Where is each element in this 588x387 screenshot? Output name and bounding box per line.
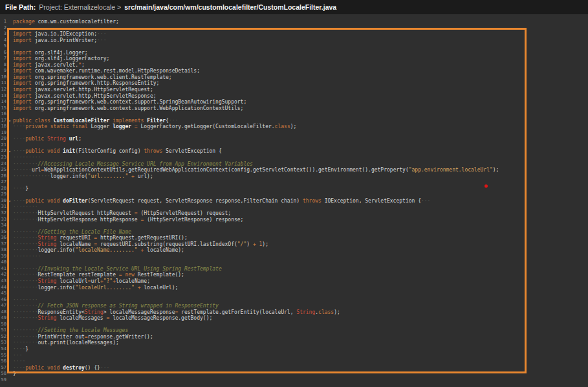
line-number: 35 — [0, 229, 6, 236]
line-number: 18 — [0, 124, 6, 130]
code-line: 56···· — [0, 359, 588, 365]
fold-gutter-spacer — [6, 346, 13, 353]
line-number: 47 — [0, 303, 6, 309]
file-path-value: src/main/java/com/wm/customlocalefilter/… — [124, 3, 336, 11]
line-number: 23 — [0, 155, 6, 161]
line-number: 1 — [0, 19, 6, 25]
line-number: 58 — [0, 371, 6, 377]
fold-gutter-spacer — [6, 204, 13, 210]
code-line: 37········String localeName = requestURI… — [0, 241, 588, 248]
code-text: ········logger.info("localeName........"… — [13, 247, 184, 254]
line-number: 2 — [0, 25, 6, 32]
fold-gutter-spacer — [6, 74, 13, 81]
code-text: import org.springframework.web.context.s… — [13, 105, 243, 112]
fold-arrow-icon[interactable]: ▾ — [6, 118, 13, 124]
code-text: ········//Accessing Locale Message Servi… — [13, 161, 253, 168]
code-text: ···· — [13, 359, 25, 365]
fold-gutter-spacer — [6, 80, 13, 87]
fold-gutter-spacer — [6, 235, 13, 241]
line-number: 22 — [0, 148, 6, 155]
code-line: 50 — [0, 322, 588, 328]
code-text: ········String requestURI = httpRequest.… — [13, 235, 188, 241]
code-line: 23········· — [0, 155, 588, 161]
code-text: ····} — [13, 346, 28, 353]
code-text: ····public void destroy() {}··· — [13, 365, 109, 371]
fold-gutter-spacer — [6, 309, 13, 316]
line-number: 9 — [0, 68, 6, 74]
fold-gutter-spacer — [6, 340, 13, 346]
fold-arrow-icon[interactable]: ▾ — [6, 148, 13, 155]
fold-gutter-spacer — [6, 297, 13, 304]
code-text: ········ResponseEntity<String> localeMes… — [13, 309, 340, 316]
code-text: import org.springframework.web.context.s… — [13, 99, 246, 105]
code-text: import java.io.IOException;··· — [13, 31, 107, 38]
line-number: 7 — [0, 56, 6, 62]
code-text: ····public String url; — [13, 136, 82, 142]
code-text: ········// Fetch JSON response as String… — [13, 303, 219, 309]
code-line: 20····public String url; — [0, 136, 588, 142]
line-number: 29 — [0, 192, 6, 198]
code-line: 12import javax.servlet.http.HttpServletR… — [0, 87, 588, 93]
line-number: 27 — [0, 179, 6, 186]
code-line: 19 — [0, 130, 588, 137]
code-text: ········· — [13, 254, 41, 260]
code-text: ····public void init(FilterConfig config… — [13, 148, 222, 155]
line-number: 14 — [0, 99, 6, 105]
fold-arrow-icon[interactable]: ▾ — [6, 198, 13, 205]
code-line: 28····} — [0, 186, 588, 192]
fold-gutter-spacer — [6, 19, 13, 25]
fold-gutter-spacer — [6, 327, 13, 334]
line-number: 50 — [0, 322, 6, 328]
fold-gutter-spacer — [6, 31, 13, 38]
fold-gutter-spacer — [6, 291, 13, 297]
code-line: 57····public void destroy() {}··· — [0, 365, 588, 371]
line-number: 55 — [0, 353, 6, 359]
code-line: 24········//Accessing Locale Message Ser… — [0, 161, 588, 168]
code-line: 41········//Invoking the Locale Service … — [0, 266, 588, 272]
line-number: 24 — [0, 161, 6, 168]
line-number: 56 — [0, 359, 6, 365]
fold-gutter-spacer — [6, 241, 13, 248]
fold-gutter-spacer — [6, 25, 13, 32]
code-text: import org.springframework.web.client.Re… — [13, 74, 172, 81]
line-number: 57 — [0, 365, 6, 371]
code-text: ········//Setting the Locale Messages — [13, 327, 128, 334]
line-number: 15 — [0, 105, 6, 112]
code-text: import javax.servlet.http.HttpServletRes… — [13, 93, 157, 100]
line-number: 4 — [0, 38, 6, 44]
code-line: 9import com.wavemaker.runtime.rest.model… — [0, 68, 588, 74]
fold-gutter-spacer — [6, 56, 13, 62]
line-number: 33 — [0, 217, 6, 223]
fold-gutter-spacer — [6, 210, 13, 217]
line-number: 38 — [0, 247, 6, 254]
code-line: 47········// Fetch JSON response as Stri… — [0, 303, 588, 309]
fold-gutter-spacer — [6, 285, 13, 291]
line-number: 30 — [0, 198, 6, 205]
code-line: 58} — [0, 371, 588, 377]
code-line: 26············logger.info("url........" … — [0, 173, 588, 180]
fold-gutter-spacer — [6, 50, 13, 56]
fold-gutter-spacer — [6, 217, 13, 223]
fold-gutter-spacer — [6, 266, 13, 272]
code-text: import com.wavemaker.runtime.rest.model.… — [13, 68, 200, 74]
line-number: 21 — [0, 142, 6, 149]
code-text: ········//Getting the Locale File Name — [13, 229, 131, 236]
line-number: 37 — [0, 241, 6, 248]
code-text: ····public void doFilter(ServletRequest … — [13, 198, 430, 205]
line-number: 10 — [0, 74, 6, 81]
code-line: 55··· — [0, 353, 588, 359]
fold-gutter-spacer — [6, 105, 13, 112]
code-line: 18····private static final Logger logger… — [0, 124, 588, 130]
code-line: 5 — [0, 43, 588, 50]
line-number: 3 — [0, 31, 6, 38]
line-number: 6 — [0, 50, 6, 56]
code-lines: 1package com.wm.customlocalefilter;23imp… — [0, 19, 588, 383]
fold-gutter-spacer — [6, 272, 13, 278]
fold-gutter-spacer — [6, 247, 13, 254]
fold-gutter-spacer — [6, 371, 13, 377]
line-number: 44 — [0, 285, 6, 291]
fold-gutter-spacer — [6, 179, 13, 186]
fold-gutter-spacer — [6, 303, 13, 309]
code-text: import java.io.PrintWriter;··· — [13, 38, 107, 44]
code-text: ····private static final Logger logger =… — [13, 124, 296, 130]
